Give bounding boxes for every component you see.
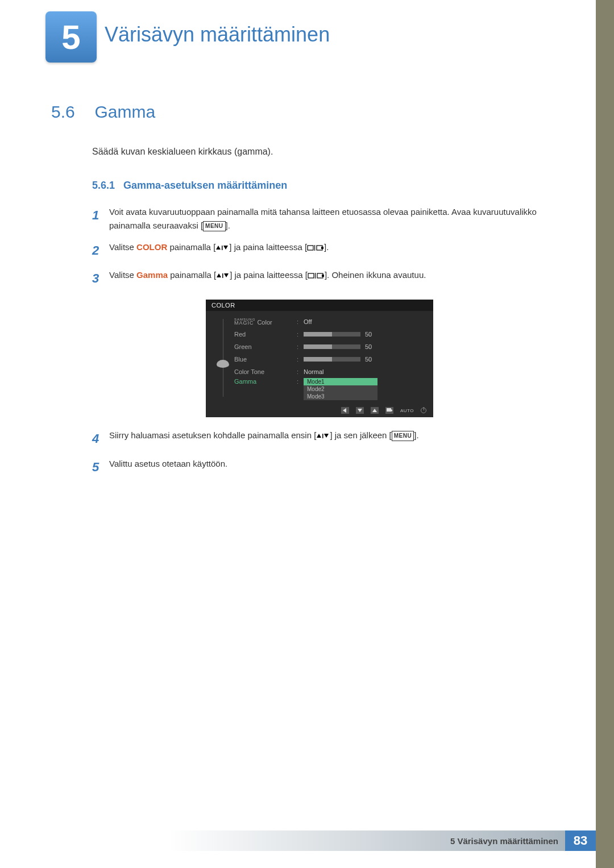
svg-rect-4 [314,245,315,251]
subsection-title: Gamma-asetuksen määrittäminen [123,180,287,191]
osd-option-mode2: Mode2 [304,385,377,393]
section-heading: 5.6 Gamma [51,102,551,122]
footer: 5 Värisävyn määrittäminen 83 [167,830,596,851]
osd-vertical-line [223,319,223,397]
step-number: 3 [92,268,109,288]
steps-list: 1 Voit avata kuvaruutuoppaan painamalla … [92,205,551,477]
osd-row-green: Green : 50 [234,340,424,353]
svg-marker-15 [358,409,362,412]
step-text: Voit avata kuvaruutuoppaan painamalla mi… [109,205,551,232]
nav-enter-icon [385,407,393,414]
osd-row-blue: Blue : 50 [234,353,424,366]
nav-up-icon [371,407,379,414]
chapter-badge: 5 [45,11,97,63]
osd-label: Color Tone [234,368,297,375]
enter-icon [307,244,324,251]
step-4: 4 Siirry haluamasi asetuksen kohdalle pa… [92,429,551,448]
svg-marker-14 [343,408,346,413]
chapter-number: 5 [61,18,80,57]
osd-title: COLOR [206,300,433,311]
svg-marker-18 [391,409,392,412]
section-title: Gamma [94,102,155,122]
step-number: 1 [92,205,109,225]
osd-icon-column [211,315,234,400]
svg-marker-21 [324,434,329,438]
menu-icon: MENU [203,221,225,231]
osd-window: COLOR SAMSUNG MAGIC Color [206,300,433,417]
osd-nav-bar: AUTO [206,405,433,417]
svg-marker-7 [217,273,221,277]
osd-value: 50 [304,343,424,350]
nav-down-icon [356,407,364,414]
svg-rect-20 [322,434,323,438]
keyword-color: COLOR [136,242,167,252]
step-number: 4 [92,429,109,448]
keyword-gamma: Gamma [136,270,168,280]
step-text: Siirry haluamasi asetuksen kohdalle pain… [109,429,551,442]
power-icon [421,408,426,413]
osd-slider [304,357,360,362]
osd-option-mode3: Mode3 [304,393,377,400]
step-text: Valitse COLOR painamalla [] ja paina lai… [109,240,551,254]
osd-label: Red [234,331,297,338]
up-down-icon [215,245,229,251]
enter-icon [308,272,325,279]
up-down-icon [316,433,330,439]
menu-icon: MENU [392,431,414,441]
palette-icon [217,360,229,368]
osd-body: SAMSUNG MAGIC Color : Off Red : 50 [206,311,433,405]
svg-rect-8 [222,273,223,278]
svg-marker-2 [223,246,228,250]
page-number: 83 [565,830,596,851]
nav-auto-label: AUTO [400,408,414,413]
svg-rect-11 [315,273,316,279]
nav-left-icon [341,407,349,414]
svg-rect-1 [222,246,223,250]
svg-rect-17 [387,408,391,412]
osd-row-gamma: Gamma : Mode1 Mode2 Mode3 [234,378,424,400]
step-3: 3 Valitse Gamma painamalla [] ja paina l… [92,268,551,288]
step-2: 2 Valitse COLOR painamalla [] ja paina l… [92,240,551,260]
osd-rows: SAMSUNG MAGIC Color : Off Red : 50 [234,315,424,400]
osd-row-tone: Color Tone : Normal [234,366,424,378]
svg-rect-3 [308,246,313,250]
osd-value: Normal [304,368,424,375]
svg-marker-16 [372,409,377,412]
step-number: 5 [92,457,109,477]
svg-rect-10 [308,273,314,278]
section-number: 5.6 [51,102,92,122]
osd-slider [304,344,360,349]
subsection-heading: 5.6.1 Gamma-asetuksen määrittäminen [92,180,551,192]
osd-row-red: Red : 50 [234,328,424,340]
osd-value: 50 [304,356,424,363]
svg-marker-9 [224,273,229,277]
intro-text: Säädä kuvan keskialueen kirkkaus (gamma)… [92,147,551,157]
content-area: 5.6 Gamma Säädä kuvan keskialueen kirkka… [51,102,551,485]
step-5: 5 Valittu asetus otetaan käyttöön. [92,457,551,477]
subsection-number: 5.6.1 [92,180,115,191]
osd-label-selected: Gamma [234,378,297,385]
sidebar-strip [596,0,614,868]
chapter-title: Värisävyn määrittäminen [105,23,330,47]
svg-rect-6 [321,247,323,249]
step-number: 2 [92,240,109,260]
osd-label: Green [234,343,297,350]
osd-value: 50 [304,331,424,338]
svg-marker-0 [216,246,221,250]
step-text: Valitse Gamma painamalla [] ja paina lai… [109,268,551,282]
samsung-magic-logo: SAMSUNG MAGIC [234,318,255,325]
step-1: 1 Voit avata kuvaruutuoppaan painamalla … [92,205,551,232]
footer-breadcrumb: 5 Värisävyn määrittäminen [167,830,565,851]
up-down-icon [216,273,230,279]
osd-row-magic-color: SAMSUNG MAGIC Color : Off [234,315,424,328]
osd-label: SAMSUNG MAGIC Color [234,318,297,326]
step-text: Valittu asetus otetaan käyttöön. [109,457,551,471]
osd-gamma-dropdown: Mode1 Mode2 Mode3 [304,378,377,400]
osd-label: Blue [234,356,297,363]
osd-slider [304,332,360,337]
osd-option-mode1: Mode1 [304,378,377,385]
osd-value: Off [304,318,424,325]
svg-marker-19 [317,434,321,438]
osd-value: Mode1 Mode2 Mode3 [304,378,424,400]
svg-rect-13 [322,275,324,277]
